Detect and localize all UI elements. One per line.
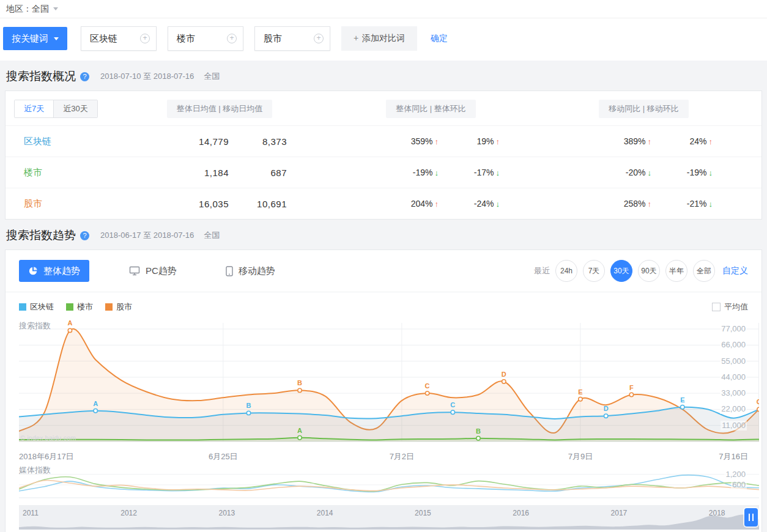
keyword-cell[interactable]: 股市 [6, 198, 152, 210]
range-30-days[interactable]: 30天 [610, 260, 632, 282]
y-axis-label: 22,000 [720, 404, 747, 414]
keyword-box-3[interactable]: 股市 [254, 26, 330, 51]
news-marker-point[interactable] [298, 388, 302, 392]
y-axis-label: 55,000 [720, 357, 747, 366]
news-marker-label[interactable]: B [476, 427, 481, 435]
y-axis-label: 33,000 [720, 388, 747, 398]
plus-icon [354, 33, 362, 43]
media-index-chart[interactable]: 媒体指数 6001,200 [19, 464, 748, 499]
trend-arrow-icon [496, 199, 500, 209]
custom-range-link[interactable]: 自定义 [722, 265, 748, 276]
keyword-mode-button[interactable]: 按关键词 [3, 27, 67, 50]
y-axis-title: 搜索指数 [19, 320, 51, 331]
timeline-slider[interactable]: 20112012201320142015201620172018 [19, 505, 748, 530]
news-marker-label[interactable]: G [757, 398, 759, 405]
add-circle-icon[interactable] [314, 34, 324, 43]
tab-overall-trend[interactable]: 整体趋势 [19, 260, 89, 282]
news-marker-point[interactable] [629, 393, 633, 396]
range-90-days[interactable]: 90天 [638, 260, 660, 282]
news-marker-label[interactable]: A [297, 427, 302, 434]
news-marker-label[interactable]: D [502, 371, 506, 378]
chevron-down-icon [54, 37, 59, 40]
news-marker-label[interactable]: E [578, 388, 582, 396]
news-marker-label[interactable]: C [425, 382, 430, 390]
mobile-mom-cell: -19% [651, 168, 713, 177]
tab-label: 移动趋势 [239, 265, 275, 277]
news-marker-point[interactable] [68, 328, 72, 332]
news-marker-point[interactable] [502, 380, 506, 383]
news-marker-point[interactable] [476, 437, 480, 440]
news-marker-point[interactable] [425, 391, 429, 395]
timeline-year-label: 2017 [611, 509, 628, 517]
tab-pc-trend[interactable]: PC趋势 [120, 260, 186, 282]
search-index-chart[interactable]: 搜索指数 © index.baidu.com ABCDEFGABCDEAB 11… [19, 319, 748, 449]
news-marker-label[interactable]: A [67, 319, 72, 327]
keyword-box-2[interactable]: 楼市 [168, 26, 243, 51]
news-marker-point[interactable] [298, 436, 302, 440]
news-marker-label[interactable]: F [629, 384, 634, 391]
news-marker-point[interactable] [94, 409, 97, 413]
timeline-handle[interactable] [744, 508, 758, 526]
watermark: © index.baidu.com [20, 434, 76, 441]
column-header-mobile-change: 移动同比 | 移动环比 [599, 100, 689, 118]
range-7-days[interactable]: 7天 [583, 260, 605, 282]
help-icon[interactable] [80, 72, 89, 81]
timeline-year-label: 2015 [415, 509, 431, 517]
media-index-plot [19, 464, 759, 499]
legend-label: 股市 [116, 301, 132, 312]
keyword-cell[interactable]: 区块链 [6, 136, 152, 147]
legend-label: 楼市 [77, 301, 93, 312]
tab-last-30-days[interactable]: 近30天 [53, 100, 97, 117]
x-axis-label: 7月16日 [719, 451, 748, 462]
trend-controls: 整体趋势 PC趋势 移动趋势 最近 24h 7天 30天 90天 半年 全部 自… [6, 260, 761, 282]
help-icon[interactable] [80, 231, 89, 240]
confirm-button[interactable]: 确定 [431, 33, 448, 44]
timeline-year-label: 2012 [120, 509, 137, 517]
news-marker-label[interactable]: E [680, 396, 684, 404]
news-marker-point[interactable] [757, 407, 759, 411]
range-all[interactable]: 全部 [693, 260, 715, 282]
range-half-year[interactable]: 半年 [665, 260, 687, 282]
overall-mom-cell: 19% [439, 136, 500, 146]
tab-label: PC趋势 [146, 265, 177, 277]
chart-legend: 区块链 楼市 股市 平均值 [6, 292, 761, 319]
overall-avg-cell: 1,184 [152, 168, 229, 178]
overall-mom-cell: -24% [439, 199, 500, 209]
news-marker-label[interactable]: D [604, 405, 609, 412]
overall-yoy-cell: 359% [362, 136, 439, 146]
news-marker-label[interactable]: B [297, 379, 302, 386]
add-compare-word-button[interactable]: 添加对比词 [341, 26, 417, 51]
legend-item-stock[interactable]: 股市 [105, 301, 132, 312]
news-marker-point[interactable] [579, 397, 582, 401]
monitor-icon [129, 266, 140, 276]
legend-item-housing[interactable]: 楼市 [66, 301, 93, 312]
news-marker-point[interactable] [681, 405, 684, 409]
average-checkbox[interactable]: 平均值 [712, 301, 748, 312]
add-circle-icon[interactable] [227, 34, 237, 43]
news-marker-label[interactable]: B [246, 402, 251, 409]
add-circle-icon[interactable] [140, 34, 150, 43]
news-marker-point[interactable] [246, 411, 250, 415]
keyword-box-1[interactable]: 区块链 [81, 26, 157, 51]
mobile-mom-cell: 24% [651, 136, 713, 146]
y-axis-label: 44,000 [720, 372, 747, 382]
overview-section-header: 搜索指数概况 2018-07-10 至 2018-07-16 全国 [0, 61, 767, 91]
news-marker-label[interactable]: A [93, 400, 98, 407]
checkbox-icon[interactable] [712, 303, 721, 311]
y-axis-label: 66,000 [720, 340, 747, 350]
news-marker-point[interactable] [604, 414, 608, 418]
range-24h[interactable]: 24h [555, 260, 577, 282]
news-marker-label[interactable]: C [450, 401, 455, 408]
legend-label: 区块链 [30, 301, 54, 312]
overview-region: 全国 [204, 71, 220, 82]
keyword-cell[interactable]: 楼市 [6, 167, 152, 179]
region-selector[interactable]: 地区：全国 [6, 4, 49, 15]
y-axis-label: 11,000 [721, 421, 747, 430]
mobile-yoy-cell: -20% [575, 168, 651, 177]
legend-item-blockchain[interactable]: 区块链 [19, 301, 54, 312]
tab-last-7-days[interactable]: 近7天 [15, 100, 53, 117]
overview-date-range: 2018-07-10 至 2018-07-16 [100, 71, 194, 82]
tab-mobile-trend[interactable]: 移动趋势 [217, 260, 284, 282]
trend-section-header: 搜索指数趋势 2018-06-17 至 2018-07-16 全国 [0, 220, 767, 249]
news-marker-point[interactable] [451, 410, 454, 414]
